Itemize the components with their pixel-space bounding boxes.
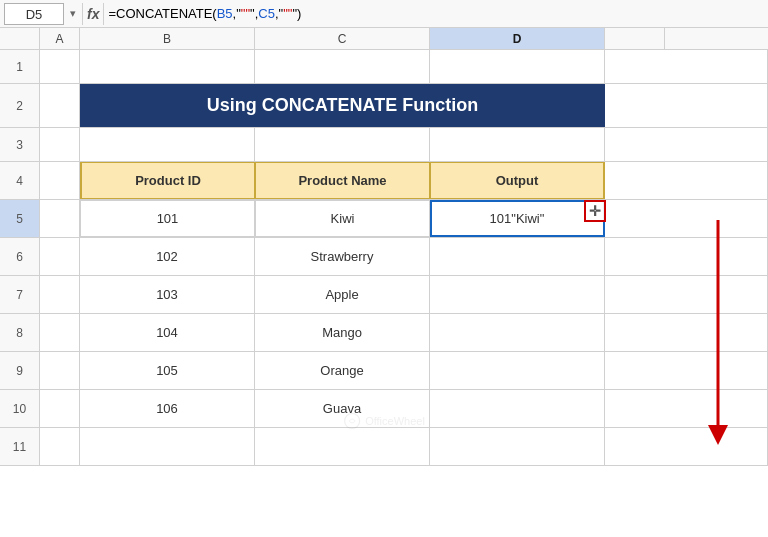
row-num-10: 10 xyxy=(0,390,40,427)
row-num-4: 4 xyxy=(0,162,40,199)
table-row: 7 103 Apple xyxy=(0,276,768,314)
cell-d5[interactable]: 101"Kiwi" ✛ xyxy=(430,200,605,237)
fill-handle-box[interactable]: ✛ xyxy=(584,200,606,222)
cell-e7[interactable] xyxy=(605,276,768,313)
row-num-11: 11 xyxy=(0,428,40,465)
cell-b11[interactable] xyxy=(80,428,255,465)
cell-a6[interactable] xyxy=(40,238,80,275)
cell-c5[interactable]: Kiwi xyxy=(255,200,430,237)
cell-b1[interactable] xyxy=(80,50,255,83)
cell-a11[interactable] xyxy=(40,428,80,465)
cell-d1[interactable] xyxy=(430,50,605,83)
cell-d4-header[interactable]: Output xyxy=(430,162,605,199)
table-row: 4 Product ID Product Name Output xyxy=(0,162,768,200)
cell-d7[interactable] xyxy=(430,276,605,313)
row-num-2: 2 xyxy=(0,84,40,127)
row-num-6: 6 xyxy=(0,238,40,275)
row-num-9: 9 xyxy=(0,352,40,389)
col-header-d[interactable]: D xyxy=(430,28,605,49)
table-row: 8 104 Mango xyxy=(0,314,768,352)
cell-e3[interactable] xyxy=(605,128,768,161)
cell-d3[interactable] xyxy=(430,128,605,161)
row-num-5: 5 xyxy=(0,200,40,237)
cell-e5[interactable] xyxy=(605,200,768,237)
cell-d9[interactable] xyxy=(430,352,605,389)
cell-c1[interactable] xyxy=(255,50,430,83)
cell-b8[interactable]: 104 xyxy=(80,314,255,351)
table-row: 2 Using CONCATENATE Function xyxy=(0,84,768,128)
cell-a8[interactable] xyxy=(40,314,80,351)
fill-handle-icon: ✛ xyxy=(589,204,601,218)
col-header-c[interactable]: C xyxy=(255,28,430,49)
cell-b4-header[interactable]: Product ID xyxy=(80,162,255,199)
cell-d8[interactable] xyxy=(430,314,605,351)
cell-c11[interactable] xyxy=(255,428,430,465)
watermark: OfficeWheel xyxy=(343,412,425,430)
fx-label: fx xyxy=(82,3,104,25)
table-row: 6 102 Strawberry xyxy=(0,238,768,276)
cell-a4[interactable] xyxy=(40,162,80,199)
table-row: 1 xyxy=(0,50,768,84)
cell-a3[interactable] xyxy=(40,128,80,161)
cell-a2[interactable] xyxy=(40,84,80,127)
cell-b7[interactable]: 103 xyxy=(80,276,255,313)
cell-c3[interactable] xyxy=(255,128,430,161)
cell-a1[interactable] xyxy=(40,50,80,83)
title-cell: Using CONCATENATE Function xyxy=(80,84,605,127)
row-num-7: 7 xyxy=(0,276,40,313)
cell-e8[interactable] xyxy=(605,314,768,351)
cell-d11[interactable] xyxy=(430,428,605,465)
cell-c8[interactable]: Mango xyxy=(255,314,430,351)
col-header-e[interactable] xyxy=(605,28,665,49)
cell-b10[interactable]: 106 xyxy=(80,390,255,427)
cell-reference-box[interactable]: D5 xyxy=(4,3,64,25)
cell-b5[interactable]: 101 xyxy=(80,200,255,237)
table-row: 11 xyxy=(0,428,768,466)
cell-e4[interactable] xyxy=(605,162,768,199)
cell-b6[interactable]: 102 xyxy=(80,238,255,275)
cell-a7[interactable] xyxy=(40,276,80,313)
cell-d6[interactable] xyxy=(430,238,605,275)
table-row: 9 105 Orange xyxy=(0,352,768,390)
table-row: 3 xyxy=(0,128,768,162)
cell-e11[interactable] xyxy=(605,428,768,465)
cell-c9[interactable]: Orange xyxy=(255,352,430,389)
row-num-8: 8 xyxy=(0,314,40,351)
cell-e9[interactable] xyxy=(605,352,768,389)
cell-e1[interactable] xyxy=(605,50,768,83)
corner-cell xyxy=(0,28,40,49)
cell-c4-header[interactable]: Product Name xyxy=(255,162,430,199)
cell-e6[interactable] xyxy=(605,238,768,275)
formula-content[interactable]: =CONCATENATE(B5,"""",C5,"""") xyxy=(108,6,764,21)
svg-point-2 xyxy=(345,414,360,429)
dropdown-arrow-icon[interactable]: ▾ xyxy=(68,7,78,20)
cell-a9[interactable] xyxy=(40,352,80,389)
column-headers-row: A B C D xyxy=(0,28,768,50)
cell-e2[interactable] xyxy=(605,84,768,127)
table-row: 5 101 Kiwi 101"Kiwi" ✛ xyxy=(0,200,768,238)
formula-bar: D5 ▾ fx =CONCATENATE(B5,"""",C5,"""") xyxy=(0,0,768,28)
col-header-a[interactable]: A xyxy=(40,28,80,49)
cell-c7[interactable]: Apple xyxy=(255,276,430,313)
cell-a10[interactable] xyxy=(40,390,80,427)
cell-a5[interactable] xyxy=(40,200,80,237)
cell-b9[interactable]: 105 xyxy=(80,352,255,389)
row-num-1: 1 xyxy=(0,50,40,83)
cell-c6[interactable]: Strawberry xyxy=(255,238,430,275)
cell-e10[interactable] xyxy=(605,390,768,427)
row-num-3: 3 xyxy=(0,128,40,161)
cell-d10[interactable] xyxy=(430,390,605,427)
col-header-b[interactable]: B xyxy=(80,28,255,49)
cell-b3[interactable] xyxy=(80,128,255,161)
